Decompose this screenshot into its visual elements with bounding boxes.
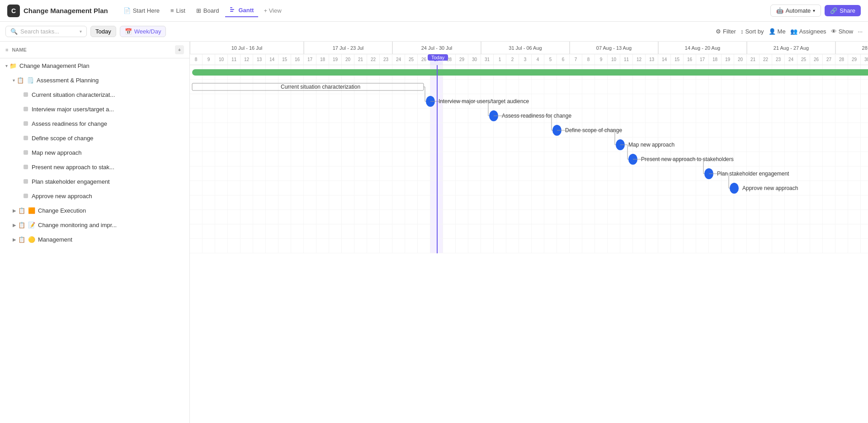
orange-icon: 🟧 bbox=[28, 207, 35, 214]
gantt-row bbox=[190, 109, 868, 123]
tree-row-assessment[interactable]: ▾ 📋 🗒️ Assessment & Planning bbox=[0, 73, 189, 87]
filter-button[interactable]: ⚙ Filter bbox=[716, 28, 736, 35]
day-cell: 23 bbox=[772, 54, 785, 65]
chevron-right-icon: ▶ bbox=[13, 208, 16, 213]
project-title: Change Management Plan bbox=[24, 7, 108, 14]
day-cell: 28 bbox=[835, 54, 848, 65]
gantt-icon bbox=[230, 6, 236, 14]
tree-row-task7[interactable]: Plan stakeholder engagement bbox=[0, 174, 189, 189]
me-button[interactable]: 👤 Me bbox=[769, 28, 786, 35]
toolbar: 🔍 Search tasks... ▾ Today 📅 Week/Day ⚙ F… bbox=[0, 22, 868, 42]
automate-button[interactable]: 🤖 Automate ▾ bbox=[770, 5, 821, 17]
day-cell: 12 bbox=[633, 54, 646, 65]
day-cell: 15 bbox=[278, 54, 291, 65]
week-header: 07 Aug - 13 Aug bbox=[570, 42, 658, 54]
svg-rect-2 bbox=[230, 11, 233, 12]
tab-board[interactable]: ⊞ Board bbox=[192, 5, 224, 16]
chevron-down-icon: ▾ bbox=[813, 8, 815, 13]
day-cell: 26 bbox=[810, 54, 823, 65]
day-cell: 4 bbox=[532, 54, 544, 65]
sort-icon: ↕ bbox=[741, 28, 744, 35]
tab-start-here[interactable]: 📄 Start Here bbox=[119, 5, 164, 16]
tree-row-task4[interactable]: Define scope of change bbox=[0, 131, 189, 145]
week-day-button[interactable]: 📅 Week/Day bbox=[120, 26, 166, 37]
search-box[interactable]: 🔍 Search tasks... ▾ bbox=[5, 26, 87, 37]
day-cell: 3 bbox=[519, 54, 532, 65]
tree-row-execution[interactable]: ▶ 📋 🟧 Change Execution bbox=[0, 203, 189, 218]
gantt-row bbox=[190, 123, 868, 138]
filter-icon: ⚙ bbox=[716, 28, 721, 35]
day-cell: 10 bbox=[608, 54, 620, 65]
week-header: 24 Jul - 30 Jul bbox=[392, 42, 481, 54]
yellow-icon: 🟡 bbox=[28, 236, 35, 243]
day-cell: 8 bbox=[190, 54, 203, 65]
gantt-body: Current situation characterizationInterv… bbox=[190, 65, 868, 253]
tab-list[interactable]: ≡ List bbox=[166, 5, 190, 16]
tree-row-root[interactable]: ▾ 📁 Change Management Plan bbox=[0, 58, 189, 73]
tree-row-task1[interactable]: Current situation characterizat... bbox=[0, 87, 189, 102]
search-icon: 🔍 bbox=[10, 28, 18, 35]
toolbar-right: ⚙ Filter ↕ Sort by 👤 Me 👥 Assignees 👁 Sh… bbox=[716, 28, 863, 35]
day-cell: 7 bbox=[570, 54, 582, 65]
eye-icon: 👁 bbox=[831, 28, 837, 35]
week-header: 31 Jul - 06 Aug bbox=[481, 42, 570, 54]
gantt-row bbox=[190, 181, 868, 195]
gantt-row bbox=[190, 239, 868, 253]
folder-icon: 📁 bbox=[9, 62, 17, 69]
tree-row-management[interactable]: ▶ 📋 🟡 Management bbox=[0, 232, 189, 247]
day-cell: 30 bbox=[468, 54, 481, 65]
sort-by-button[interactable]: ↕ Sort by bbox=[741, 28, 764, 35]
assignees-button[interactable]: 👥 Assignees bbox=[790, 28, 826, 35]
pencil-icon: 📝 bbox=[28, 222, 35, 228]
task-dot bbox=[24, 121, 28, 126]
day-cell: 23 bbox=[380, 54, 392, 65]
day-cell: 22 bbox=[367, 54, 380, 65]
gantt-panel[interactable]: 10 Jul - 16 Jul17 Jul - 23 Jul24 Jul - 3… bbox=[190, 42, 868, 423]
day-cell: 19 bbox=[329, 54, 342, 65]
show-button[interactable]: 👁 Show bbox=[831, 28, 854, 35]
day-cell: 5 bbox=[544, 54, 557, 65]
day-cell: 20 bbox=[734, 54, 747, 65]
search-dropdown-icon: ▾ bbox=[80, 29, 82, 34]
tree-row-task3[interactable]: Assess readiness for change bbox=[0, 116, 189, 131]
svg-rect-0 bbox=[230, 7, 232, 8]
share-icon: 🔗 bbox=[830, 7, 837, 14]
calendar-icon: 📅 bbox=[125, 28, 132, 35]
more-options-button[interactable]: ··· bbox=[858, 28, 863, 35]
tree-row-task2[interactable]: Interview major users/target a... bbox=[0, 102, 189, 116]
list-icon: ≡ bbox=[170, 7, 174, 14]
task-dot bbox=[24, 165, 28, 169]
tab-gantt[interactable]: Gantt bbox=[225, 4, 258, 17]
today-button[interactable]: Today bbox=[90, 26, 116, 37]
day-cell: 13 bbox=[646, 54, 658, 65]
share-button[interactable]: 🔗 Share bbox=[825, 5, 861, 16]
week-header: 28 Aug - 03 Sep bbox=[835, 42, 868, 54]
day-cell: 9 bbox=[203, 54, 215, 65]
hamburger-icon[interactable]: ≡ bbox=[5, 47, 8, 52]
add-view-button[interactable]: + View bbox=[260, 5, 285, 16]
week-header: 14 Aug - 20 Aug bbox=[658, 42, 747, 54]
group-icon: 📋 bbox=[18, 222, 25, 228]
day-cell: 2 bbox=[506, 54, 519, 65]
day-cell: 29 bbox=[456, 54, 468, 65]
day-cell: 14 bbox=[266, 54, 278, 65]
gantt-header: 10 Jul - 16 Jul17 Jul - 23 Jul24 Jul - 3… bbox=[190, 42, 868, 65]
tree-row-monitoring[interactable]: ▶ 📋 📝 Change monitoring and impr... bbox=[0, 218, 189, 232]
day-cell: 21 bbox=[747, 54, 760, 65]
tree-row-task5[interactable]: Map new approach bbox=[0, 145, 189, 160]
week-header: 21 Aug - 27 Aug bbox=[747, 42, 835, 54]
day-cell: 17 bbox=[304, 54, 316, 65]
day-cell: 20 bbox=[342, 54, 354, 65]
add-column-button[interactable]: + bbox=[175, 45, 184, 54]
task-dot bbox=[24, 150, 28, 155]
week-header: 10 Jul - 16 Jul bbox=[190, 42, 304, 54]
gantt-row bbox=[190, 166, 868, 181]
chevron-down-icon: ▾ bbox=[5, 63, 8, 68]
doc-icon: 📄 bbox=[123, 7, 131, 14]
day-cell: 30 bbox=[861, 54, 868, 65]
tree-row-task8[interactable]: Approve new approach bbox=[0, 189, 189, 203]
gantt-days: 8910111213141516171819202122232425262728… bbox=[190, 54, 868, 65]
day-cell: 17 bbox=[696, 54, 709, 65]
tree-row-task6[interactable]: Present new approach to stak... bbox=[0, 160, 189, 174]
chevron-right-icon: ▶ bbox=[13, 237, 16, 242]
